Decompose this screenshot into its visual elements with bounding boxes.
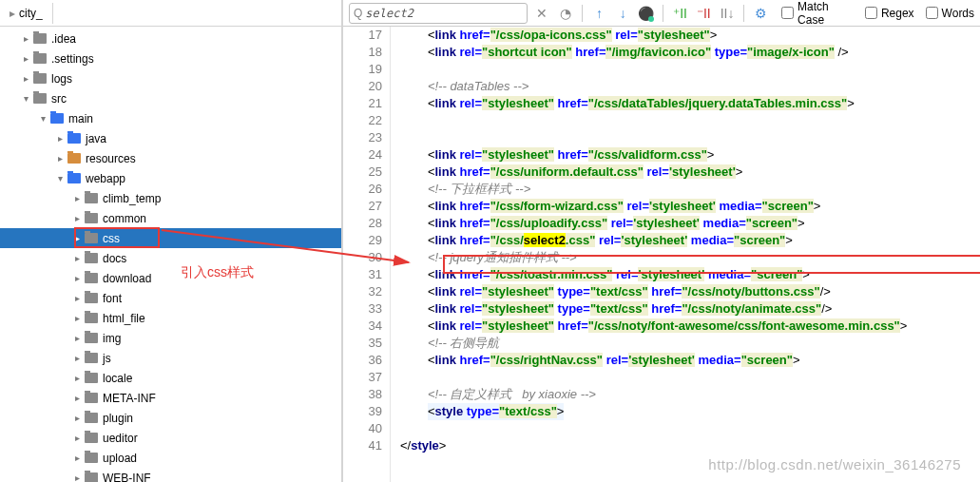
- code-line[interactable]: <link rel="stylesheet" type="text/css" h…: [400, 283, 980, 300]
- code-content[interactable]: <link href="/css/opa-icons.css" rel="sty…: [391, 27, 980, 482]
- line-number: 30: [343, 249, 382, 266]
- tree-item-resources[interactable]: ▸resources: [0, 148, 341, 168]
- tree-item-html_file[interactable]: ▸html_file: [0, 308, 341, 328]
- code-line[interactable]: <!-- 右侧导航: [400, 335, 980, 352]
- tree-item-common[interactable]: ▸common: [0, 208, 341, 228]
- prev-match-icon[interactable]: ↑: [590, 4, 608, 23]
- code-line[interactable]: <!-- 自定义样式 by xiaoxie -->: [400, 386, 980, 403]
- code-line[interactable]: <link rel="stylesheet" href="/css/dataTa…: [400, 95, 980, 112]
- code-line[interactable]: <link href="/css/opa-icons.css" rel="sty…: [400, 27, 980, 44]
- tree-item-plugin[interactable]: ▸plugin: [0, 408, 341, 428]
- expand-arrow-icon[interactable]: ▾: [53, 173, 67, 183]
- code-line[interactable]: <link rel="stylesheet" type="text/css" h…: [400, 300, 980, 318]
- code-line[interactable]: <!-- dataTables -->: [400, 78, 980, 95]
- add-selection-icon[interactable]: ⁺II: [671, 4, 689, 23]
- search-box[interactable]: Q: [349, 3, 528, 24]
- tree-item-.idea[interactable]: ▸.idea: [0, 29, 341, 48]
- tree-item-locale[interactable]: ▸locale: [0, 368, 341, 388]
- expand-arrow-icon[interactable]: ▸: [70, 472, 84, 482]
- project-tree[interactable]: ▸.idea▸.settings▸logs▾src▾main▸java▸reso…: [0, 27, 341, 482]
- expand-arrow-icon[interactable]: ▾: [36, 113, 49, 124]
- tree-label: locale: [103, 372, 132, 385]
- tree-item-upload[interactable]: ▸upload: [0, 448, 341, 468]
- code-line[interactable]: <link href="/css/form-wizard.css" rel='s…: [400, 198, 980, 215]
- expand-arrow-icon[interactable]: ▸: [70, 213, 84, 223]
- tree-item-climb_temp[interactable]: ▸climb_temp: [0, 188, 341, 208]
- filter-icon[interactable]: ⚫: [638, 4, 656, 23]
- code-line[interactable]: [400, 112, 980, 129]
- expand-arrow-icon[interactable]: ▸: [70, 233, 84, 243]
- tree-item-webapp[interactable]: ▾webapp: [0, 168, 341, 188]
- tree-item-meta-inf[interactable]: ▸META-INF: [0, 388, 341, 408]
- code-area[interactable]: 1718192021222324252627282930313233343536…: [343, 27, 980, 482]
- tree-item-web-inf[interactable]: ▸WEB-INF: [0, 468, 341, 482]
- select-all-icon[interactable]: II↓: [719, 4, 737, 23]
- tree-item-docs[interactable]: ▸docs: [0, 248, 341, 268]
- expand-arrow-icon[interactable]: ▸: [70, 293, 84, 303]
- expand-arrow-icon[interactable]: ▸: [70, 353, 84, 363]
- code-line[interactable]: <link href="/css/select2.css" rel='style…: [400, 232, 980, 249]
- tree-item-ueditor[interactable]: ▸ueditor: [0, 428, 341, 448]
- code-line[interactable]: <link href="/css/rightNav.css" rel='styl…: [400, 352, 980, 369]
- expand-arrow-icon[interactable]: ▸: [70, 373, 84, 383]
- line-number: 26: [343, 181, 382, 198]
- tree-item-src[interactable]: ▾src: [0, 88, 341, 108]
- code-line[interactable]: </style>: [400, 437, 980, 454]
- line-number: 36: [343, 352, 382, 369]
- code-line[interactable]: <link href="/css/uploadify.css" rel='sty…: [400, 215, 980, 232]
- expand-arrow-icon[interactable]: ▸: [53, 133, 67, 144]
- code-line[interactable]: [400, 369, 980, 386]
- folder-icon: [85, 453, 98, 463]
- expand-arrow-icon[interactable]: ▸: [70, 333, 84, 343]
- tree-item-img[interactable]: ▸img: [0, 328, 341, 348]
- expand-arrow-icon[interactable]: ▸: [70, 433, 84, 443]
- code-line[interactable]: <link href="/css/toastr.min.css" rel='st…: [400, 266, 980, 283]
- code-line[interactable]: [400, 420, 980, 437]
- next-match-icon[interactable]: ↓: [614, 4, 632, 23]
- code-line[interactable]: [400, 129, 980, 146]
- line-number: 38: [343, 386, 382, 403]
- tree-item-js[interactable]: ▸js: [0, 348, 341, 368]
- words-checkbox[interactable]: Words: [926, 7, 974, 20]
- expand-arrow-icon[interactable]: ▸: [70, 313, 84, 323]
- tree-item-.settings[interactable]: ▸.settings: [0, 48, 341, 68]
- code-line[interactable]: <link rel="stylesheet" href="/css/validf…: [400, 146, 980, 164]
- folder-icon: [33, 53, 47, 64]
- tree-item-java[interactable]: ▸java: [0, 128, 341, 148]
- expand-arrow-icon[interactable]: ▸: [70, 273, 84, 283]
- history-icon[interactable]: ◔: [557, 4, 575, 23]
- remove-selection-icon[interactable]: ⁻II: [695, 4, 713, 23]
- settings-icon[interactable]: ⚙: [752, 4, 770, 23]
- regex-checkbox[interactable]: Regex: [865, 7, 914, 20]
- project-tab[interactable]: ▸ city_: [0, 3, 53, 24]
- expand-arrow-icon[interactable]: ▸: [19, 73, 32, 84]
- expand-arrow-icon[interactable]: ▸: [19, 53, 32, 64]
- tree-item-download[interactable]: ▸download: [0, 268, 341, 288]
- code-line[interactable]: <link rel="stylesheet" href="/css/noty/f…: [400, 318, 980, 335]
- code-line[interactable]: <!-- 下拉框样式 -->: [400, 181, 980, 198]
- expand-arrow-icon[interactable]: ▾: [19, 93, 32, 104]
- expand-arrow-icon[interactable]: ▸: [19, 33, 32, 44]
- tree-item-main[interactable]: ▾main: [0, 108, 341, 128]
- folder-icon: [50, 113, 64, 124]
- expand-arrow-icon[interactable]: ▸: [70, 253, 84, 263]
- line-number: 27: [343, 198, 382, 215]
- expand-arrow-icon[interactable]: ▸: [53, 153, 67, 164]
- tree-item-css[interactable]: ▸css: [0, 228, 341, 248]
- expand-arrow-icon[interactable]: ▸: [70, 193, 84, 203]
- expand-arrow-icon[interactable]: ▸: [70, 413, 84, 423]
- clear-search-icon[interactable]: ✕: [533, 4, 551, 23]
- tree-label: WEB-INF: [103, 472, 151, 483]
- code-line[interactable]: <link rel="shortcut icon" href="/img/fav…: [400, 44, 980, 61]
- code-line[interactable]: <style type="text/css">: [400, 403, 980, 420]
- expand-arrow-icon[interactable]: ▸: [70, 453, 84, 463]
- expand-arrow-icon[interactable]: ▸: [70, 393, 84, 403]
- folder-icon: [67, 173, 81, 183]
- match-case-checkbox[interactable]: Match Case: [781, 0, 854, 27]
- search-input[interactable]: [365, 7, 522, 20]
- tree-item-font[interactable]: ▸font: [0, 288, 341, 308]
- code-line[interactable]: [400, 61, 980, 78]
- code-line[interactable]: <!-- jquery通知插件样式 -->: [400, 249, 980, 266]
- code-line[interactable]: <link href="/css/uniform.default.css" re…: [400, 164, 980, 181]
- tree-item-logs[interactable]: ▸logs: [0, 68, 341, 88]
